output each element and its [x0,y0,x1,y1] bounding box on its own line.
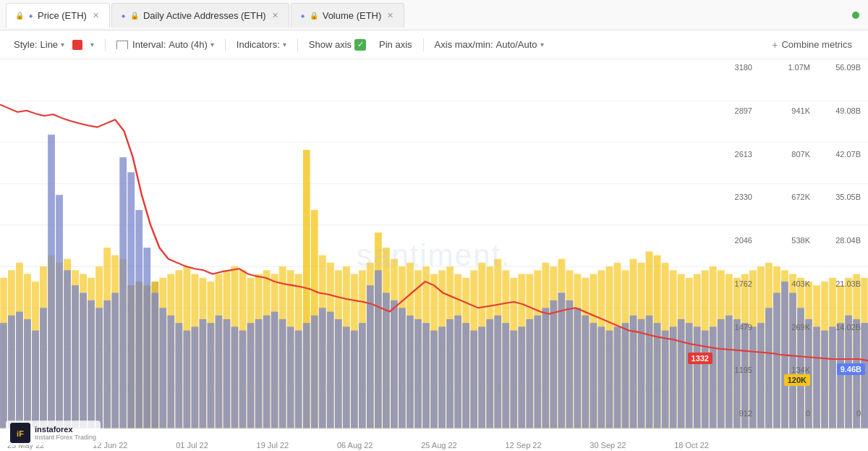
svg-rect-191 [574,308,581,428]
svg-rect-164 [359,323,366,429]
color-swatch[interactable] [72,40,82,50]
pin-axis-label: Pin axis [379,39,412,50]
color-dropdown[interactable]: ▾ [85,38,99,51]
x-label-jul01: 01 Jul 22 [176,441,208,450]
tab-price-label: Price (ETH) [38,10,87,21]
svg-rect-138 [151,293,158,429]
svg-rect-203 [670,326,677,428]
tab-volume[interactable]: ⬥ 🔒 Volume (ETH) ✕ [291,3,405,28]
price-y-2330: 2330 [712,193,752,201]
svg-rect-153 [271,312,278,429]
sep2 [225,38,226,51]
tab-volume-close[interactable]: ✕ [386,11,395,20]
svg-rect-170 [407,316,414,429]
svg-rect-142 [183,331,190,429]
show-axis-checkbox[interactable]: ✓ [354,39,366,51]
x-label-sep12: 12 Sep 22 [505,441,541,450]
chart-container: santiment. 3180 2897 2613 2330 2046 1762… [0,59,868,451]
svg-rect-126 [56,195,63,429]
tab-price[interactable]: 🔒 ⬥ Price (ETH) ✕ [6,3,110,28]
svg-rect-148 [231,326,239,428]
tab-addresses-label: Daily Active Addresses (ETH) [143,10,266,21]
lock-icon-addresses: 🔒 [130,12,139,20]
vol-y-2103b: 21.03B [816,279,861,288]
svg-rect-202 [662,331,669,429]
vol-y-4908b: 49.08B [816,106,861,115]
style-selector[interactable]: Style: Line ▾ [9,37,69,52]
combine-metrics-label: Combine metrics [781,39,852,50]
volume-current-badge: 9.46B [837,363,865,375]
svg-rect-200 [646,316,653,429]
svg-rect-161 [335,319,342,429]
svg-rect-152 [263,316,271,429]
svg-rect-157 [303,323,310,429]
axis-maxmin-label: Axis max/min: [435,39,493,50]
svg-rect-137 [143,248,150,429]
svg-rect-196 [614,326,621,428]
svg-rect-172 [422,323,430,429]
axis-maxmin-value: Auto/Auto [496,39,537,50]
addresses-current-badge: 120K [784,374,810,386]
combine-metrics-button[interactable]: + Combine metrics [765,36,859,54]
pin-axis-toggle[interactable]: Pin axis [374,37,417,52]
svg-rect-158 [311,316,318,429]
addr-y-807k: 807K [770,150,810,159]
svg-rect-181 [494,316,501,429]
svg-rect-128 [72,285,79,429]
svg-rect-192 [582,316,589,429]
tab-addresses-close[interactable]: ✕ [271,11,280,20]
show-axis-label: Show axis [309,39,352,50]
price-y-1762: 1762 [712,279,752,288]
axis-maxmin-selector[interactable]: Axis max/min: Auto/Auto ▾ [430,37,549,52]
svg-rect-187 [542,308,549,428]
sep1 [105,38,106,51]
vol-y-4207b: 42.07B [816,150,861,159]
axis-maxmin-chevron: ▾ [540,41,544,49]
svg-rect-177 [462,323,469,429]
brand-name: instaforex [35,425,96,434]
svg-rect-201 [654,323,661,429]
interval-chevron: ▾ [210,41,214,49]
svg-rect-121 [16,312,23,429]
app-container: 🔒 ⬥ Price (ETH) ✕ ⬥ 🔒 Daily Active Addre… [0,0,868,451]
svg-rect-186 [534,316,541,429]
brand-text-container: instaforex Instant Forex Trading [35,425,96,441]
svg-rect-214 [757,323,765,429]
interval-selector[interactable]: Interval: Auto (4h) ▾ [111,37,219,52]
tab-addresses[interactable]: ⬥ 🔒 Daily Active Addresses (ETH) ✕ [111,3,289,28]
x-label-jul19: 19 Jul 22 [257,441,289,450]
show-axis-toggle[interactable]: Show axis ✓ [304,37,371,53]
vol-y-1402b: 14.02B [816,323,861,332]
price-current-badge: 1332 [688,353,712,364]
addr-y-403k: 403K [770,279,810,288]
svg-rect-165 [367,285,374,429]
addr-y-538k: 538K [770,236,810,245]
svg-rect-149 [239,331,247,429]
svg-rect-160 [327,312,334,429]
indicators-chevron: ▾ [283,41,286,49]
svg-rect-136 [135,210,142,429]
eth-icon-volume: ⬥ [300,10,305,20]
svg-rect-129 [80,293,87,429]
svg-rect-119 [0,323,7,429]
svg-rect-163 [351,331,358,429]
x-label-sep30: 30 Sep 22 [590,441,626,450]
addr-y-269k: 269K [770,323,810,332]
svg-rect-199 [638,319,645,429]
tab-price-close[interactable]: ✕ [91,11,101,20]
plus-icon: + [772,39,778,51]
svg-rect-194 [598,326,605,428]
x-label-oct18: 18 Oct 22 [674,441,709,450]
svg-rect-125 [48,135,55,429]
price-y-1479: 1479 [712,323,752,332]
svg-rect-131 [95,308,103,428]
svg-text:iF: iF [17,429,24,438]
svg-rect-122 [24,319,31,429]
svg-rect-151 [255,319,263,429]
vol-y-0: 0 [816,409,861,418]
svg-rect-162 [343,326,350,428]
color-chevron: ▾ [90,41,94,49]
svg-rect-188 [550,300,557,429]
brand-tagline: Instant Forex Trading [35,434,96,441]
indicators-selector[interactable]: Indicators: ▾ [231,37,292,52]
